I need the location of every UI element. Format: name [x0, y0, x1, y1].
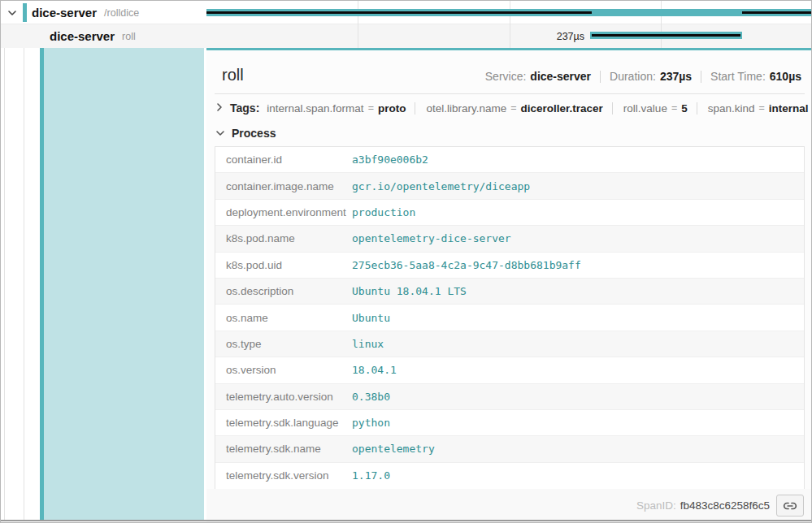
jaeger-trace-window: 237µs dice-server /rolldice dice-server … — [0, 0, 812, 523]
service-stat-label: Service: — [485, 70, 527, 83]
process-table: container.id a3bf90e006b2 container.imag… — [215, 146, 805, 490]
window-bottom-edge — [1, 520, 812, 521]
span-duration-label: 237µs — [489, 31, 584, 42]
spanid-label: SpanID: — [636, 499, 676, 512]
table-row: container.image.name gcr.io/opentelemetr… — [215, 173, 804, 199]
process-key: os.name — [215, 312, 352, 324]
tag-item: roll.value = 5 — [623, 102, 688, 115]
table-row: os.version 18.04.1 — [215, 357, 804, 383]
timeline-gridline — [661, 1, 662, 48]
tag-value: proto — [378, 102, 406, 115]
process-key: deployment.environment — [215, 206, 352, 218]
process-key: telemetry.sdk.version — [215, 469, 352, 482]
equals-sign: = — [368, 102, 374, 114]
span-bar-rolldice-core-left — [206, 11, 592, 14]
service-name: dice-server — [32, 6, 97, 19]
indent-guide — [4, 48, 5, 520]
tag-item: span.kind = internal — [708, 102, 809, 115]
tag-value: diceroller.tracer — [521, 102, 603, 115]
collapse-chevron-down-icon[interactable] — [7, 6, 17, 20]
span-detail-footer: SpanID: fb483c8c6258f6c5 — [206, 489, 812, 522]
deep-link-button[interactable] — [776, 495, 804, 517]
process-key: telemetry.sdk.language — [215, 417, 352, 429]
equals-sign: = — [759, 102, 765, 114]
process-value: opentelemetry — [352, 443, 435, 455]
service-stat-value: dice-server — [530, 70, 591, 83]
service-color-accent — [23, 3, 27, 22]
process-value: opentelemetry-dice-server — [352, 232, 511, 244]
table-row: telemetry.auto.version 0.38b0 — [215, 384, 804, 410]
process-value: python — [352, 417, 390, 429]
process-value: gcr.io/opentelemetry/diceapp — [352, 180, 530, 192]
process-label: Process — [232, 127, 276, 140]
separator — [415, 102, 415, 115]
span-detail-stats: Service: dice-server Duration: 237µs Sta… — [485, 70, 801, 83]
process-value: Ubuntu — [352, 312, 390, 324]
table-row: telemetry.sdk.version 1.17.0 — [215, 463, 804, 489]
process-value: linux — [352, 338, 384, 350]
selected-span-backdrop — [44, 48, 204, 520]
operation-name: roll — [122, 31, 136, 42]
link-icon — [783, 499, 797, 512]
table-row: k8s.pod.name opentelemetry-dice-server — [215, 226, 804, 252]
process-value: production — [352, 206, 415, 218]
process-key: os.version — [215, 364, 352, 376]
spanid-value: fb483c8c6258f6c5 — [680, 499, 770, 512]
tag-value: 5 — [681, 102, 688, 115]
process-value: 18.04.1 — [352, 364, 397, 376]
table-row: container.id a3bf90e006b2 — [215, 147, 804, 173]
separator — [697, 102, 697, 115]
process-section-toggle[interactable]: Process — [215, 126, 276, 140]
tags-label: Tags: — [230, 102, 259, 115]
separator — [600, 71, 601, 83]
table-row: telemetry.sdk.name opentelemetry — [215, 436, 804, 462]
tag-key: otel.library.name — [426, 102, 506, 115]
tag-key: internal.span.format — [267, 102, 363, 115]
table-row: k8s.pod.uid 275ecb36-5aa8-4c2a-9c47-d8bb… — [215, 253, 804, 279]
separator — [612, 102, 613, 115]
tree-row-rolldice[interactable]: dice-server /rolldice — [1, 1, 206, 24]
tag-item: otel.library.name = diceroller.tracer — [426, 102, 602, 115]
span-bar-roll-core — [592, 34, 740, 37]
process-key: container.image.name — [215, 180, 352, 192]
tree-row-roll[interactable]: dice-server roll — [1, 24, 206, 48]
timeline-gridline — [358, 1, 358, 48]
span-detail-title: roll — [222, 66, 244, 84]
tag-value: internal — [769, 102, 809, 115]
table-row: os.description Ubuntu 18.04.1 LTS — [215, 279, 804, 305]
tag-item: internal.span.format = proto — [267, 102, 406, 115]
process-value: 275ecb36-5aa8-4c2a-9c47-d8bb681b9aff — [352, 259, 581, 271]
chevron-right-icon[interactable] — [215, 102, 224, 115]
span-bar-rolldice-core-right — [742, 11, 812, 14]
equals-sign: = — [510, 102, 516, 114]
tag-key: roll.value — [623, 102, 667, 115]
process-key: k8s.pod.name — [215, 232, 352, 244]
process-value: Ubuntu 18.04.1 LTS — [352, 285, 467, 297]
equals-sign: = — [671, 102, 677, 114]
table-row: os.type linux — [215, 331, 804, 357]
duration-stat-value: 237µs — [660, 70, 692, 83]
span-detail-panel: roll Service: dice-server Duration: 237µ… — [206, 48, 812, 520]
chevron-down-icon[interactable] — [215, 126, 225, 140]
table-row: telemetry.sdk.language python — [215, 410, 804, 436]
service-name: dice-server — [50, 29, 115, 43]
process-key: container.id — [215, 153, 352, 166]
process-key: k8s.pod.uid — [215, 259, 352, 271]
start-time-stat-value: 610µs — [770, 70, 801, 83]
table-row: os.name Ubuntu — [215, 305, 804, 331]
tags-section-toggle[interactable]: Tags: internal.span.format = proto otel.… — [215, 102, 809, 115]
tag-key: span.kind — [708, 102, 755, 115]
process-key: os.type — [215, 338, 352, 350]
header-divider — [215, 93, 805, 94]
process-key: telemetry.sdk.name — [215, 443, 352, 455]
operation-name: /rolldice — [104, 7, 139, 19]
indent-guide — [24, 48, 24, 520]
start-time-stat-label: Start Time: — [710, 70, 766, 83]
process-value: a3bf90e006b2 — [352, 153, 428, 166]
table-row: deployment.environment production — [215, 200, 804, 226]
duration-stat-label: Duration: — [610, 70, 656, 83]
process-value: 1.17.0 — [352, 469, 390, 482]
process-value: 0.38b0 — [352, 391, 390, 403]
process-key: os.description — [215, 285, 352, 297]
process-key: telemetry.auto.version — [215, 391, 352, 403]
